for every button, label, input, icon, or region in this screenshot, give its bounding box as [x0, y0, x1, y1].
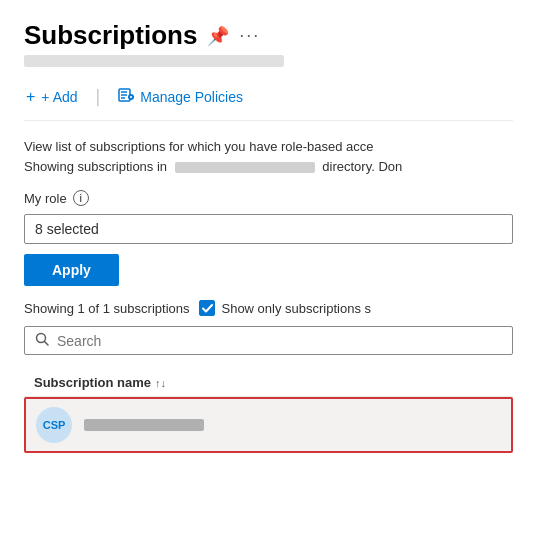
- directory-blurred: [175, 162, 315, 173]
- manage-policies-button[interactable]: Manage Policies: [116, 83, 245, 110]
- manage-policies-label: Manage Policies: [140, 89, 243, 105]
- toolbar-divider: |: [96, 86, 101, 107]
- info-icon[interactable]: i: [73, 190, 89, 206]
- show-only-checkbox[interactable]: [199, 300, 215, 316]
- search-box[interactable]: [24, 326, 513, 355]
- policies-icon: [118, 87, 134, 106]
- checkbox-label: Show only subscriptions s: [221, 301, 371, 316]
- selected-value: 8 selected: [35, 221, 99, 237]
- toolbar: + + Add | Manage Policies: [24, 83, 513, 121]
- description-line1: View list of subscriptions for which you…: [24, 137, 513, 157]
- my-role-row: My role i: [24, 190, 513, 206]
- search-icon: [35, 332, 49, 349]
- add-label: + Add: [41, 89, 77, 105]
- description-line2: Showing subscriptions in directory. Don: [24, 157, 513, 177]
- subscription-name-column: Subscription name: [34, 375, 151, 390]
- add-button[interactable]: + + Add: [24, 84, 80, 110]
- search-input[interactable]: [57, 333, 502, 349]
- sort-icon[interactable]: ↑↓: [155, 377, 166, 389]
- page-title: Subscriptions: [24, 20, 197, 51]
- title-row: Subscriptions 📌 ···: [24, 20, 513, 51]
- pin-icon[interactable]: 📌: [207, 25, 229, 47]
- checkbox-wrapper[interactable]: Show only subscriptions s: [199, 300, 371, 316]
- subtitle-blurred: [24, 55, 284, 67]
- subscription-name-blurred: [84, 419, 204, 431]
- showing-row: Showing 1 of 1 subscriptions Show only s…: [24, 300, 513, 316]
- apply-label: Apply: [52, 262, 91, 278]
- add-icon: +: [26, 88, 35, 106]
- table-row[interactable]: CSP: [24, 397, 513, 453]
- apply-button[interactable]: Apply: [24, 254, 119, 286]
- svg-line-8: [45, 342, 49, 346]
- my-role-label: My role: [24, 191, 67, 206]
- showing-text: Showing 1 of 1 subscriptions: [24, 301, 189, 316]
- role-select-field[interactable]: 8 selected: [24, 214, 513, 244]
- table-header: Subscription name ↑↓: [24, 369, 513, 397]
- more-options-icon[interactable]: ···: [239, 25, 260, 46]
- csp-badge: CSP: [36, 407, 72, 443]
- description-box: View list of subscriptions for which you…: [24, 137, 513, 176]
